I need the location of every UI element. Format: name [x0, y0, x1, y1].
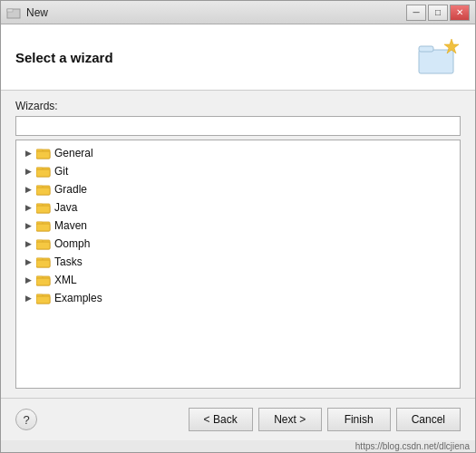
footer-buttons: < Back Next > Finish Cancel — [189, 408, 461, 431]
tree-arrow: ▶ — [24, 221, 33, 230]
svg-rect-3 — [419, 46, 433, 52]
svg-rect-2 — [419, 50, 453, 73]
folder-icon — [36, 147, 51, 159]
tree-item[interactable]: ▶ Examples — [16, 289, 460, 307]
header-title: Select a wizard — [15, 50, 113, 65]
svg-rect-7 — [36, 151, 50, 159]
svg-rect-22 — [36, 242, 50, 249]
tree-arrow: ▶ — [24, 294, 33, 303]
maximize-button[interactable]: □ — [428, 5, 448, 21]
folder-icon — [36, 292, 51, 304]
footer-area: ? < Back Next > Finish Cancel — [1, 398, 475, 440]
wizard-icon — [417, 35, 461, 79]
svg-rect-31 — [36, 296, 50, 304]
tree-arrow: ▶ — [24, 239, 33, 248]
close-button[interactable]: ✕ — [450, 5, 470, 21]
folder-icon — [36, 219, 51, 232]
url-bar: https://blog.csdn.net/dlcjiena — [1, 440, 475, 452]
folder-icon — [36, 201, 51, 214]
tree-item[interactable]: ▶ Tasks — [16, 253, 460, 271]
help-button[interactable]: ? — [15, 409, 37, 430]
main-window: New ─ □ ✕ Select a wizard Wizards: ▶ — [0, 0, 476, 453]
tree-item-label: General — [54, 147, 93, 159]
tree-arrow: ▶ — [24, 185, 33, 194]
tree-arrow: ▶ — [24, 149, 33, 158]
folder-icon — [36, 183, 51, 196]
folder-icon — [36, 255, 51, 268]
next-button[interactable]: Next > — [258, 408, 322, 431]
header-area: Select a wizard — [1, 24, 475, 91]
svg-rect-1 — [7, 9, 13, 12]
tree-container: ▶ General▶ Git▶ Gradle▶ Java▶ Maven▶ Oom… — [15, 140, 461, 389]
cancel-button[interactable]: Cancel — [396, 408, 461, 431]
content-area: Wizards: ▶ General▶ Git▶ Gradle▶ Java▶ M… — [1, 91, 475, 398]
svg-rect-28 — [36, 278, 50, 285]
tree-item[interactable]: ▶ Java — [16, 198, 460, 217]
title-bar-left: New — [6, 5, 48, 20]
folder-icon — [36, 237, 51, 250]
tree-item-label: Oomph — [54, 237, 90, 250]
svg-rect-16 — [36, 206, 50, 213]
tree-arrow: ▶ — [24, 203, 33, 212]
tree-item-label: Gradle — [54, 183, 87, 196]
window-icon — [6, 5, 21, 20]
tree-item[interactable]: ▶ Gradle — [16, 180, 460, 198]
header-icon — [417, 35, 461, 79]
tree-item[interactable]: ▶ XML — [16, 271, 460, 289]
tree-item[interactable]: ▶ General — [16, 144, 460, 162]
folder-icon — [36, 274, 51, 286]
svg-rect-10 — [36, 169, 50, 177]
title-controls: ─ □ ✕ — [406, 5, 470, 21]
title-bar: New ─ □ ✕ — [1, 1, 475, 24]
tree-item[interactable]: ▶ Maven — [16, 217, 460, 235]
finish-button[interactable]: Finish — [327, 408, 391, 431]
tree-arrow: ▶ — [24, 257, 33, 266]
svg-rect-25 — [36, 260, 50, 267]
folder-icon — [36, 165, 51, 178]
wizards-label: Wizards: — [15, 100, 461, 112]
tree-item-label: Tasks — [54, 255, 83, 268]
tree-arrow: ▶ — [24, 167, 33, 176]
svg-rect-19 — [36, 224, 50, 231]
search-input[interactable] — [15, 116, 461, 136]
tree-item-label: Maven — [54, 219, 87, 232]
tree-item-label: XML — [54, 274, 77, 286]
tree-item-label: Java — [54, 201, 77, 214]
back-button[interactable]: < Back — [189, 408, 253, 431]
tree-item[interactable]: ▶ Git — [16, 162, 460, 180]
tree-arrow: ▶ — [24, 275, 33, 284]
minimize-button[interactable]: ─ — [406, 5, 426, 21]
window-title: New — [26, 6, 48, 19]
tree-item[interactable]: ▶ Oomph — [16, 235, 460, 253]
svg-rect-13 — [36, 188, 50, 195]
tree-item-label: Git — [54, 165, 68, 178]
tree-item-label: Examples — [54, 292, 102, 304]
